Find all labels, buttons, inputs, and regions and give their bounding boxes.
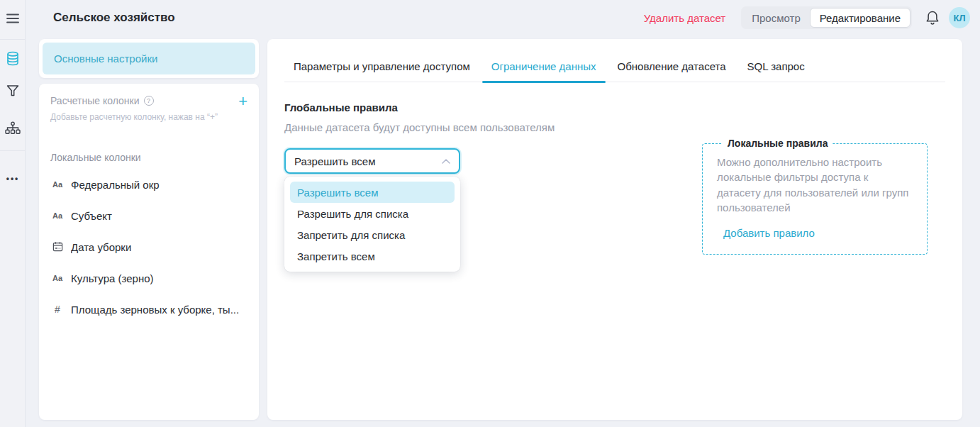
hierarchy-icon — [5, 121, 21, 135]
local-columns-label: Локальные колонки — [50, 152, 247, 163]
left-nav-rail: ••• — [0, 0, 26, 427]
tab-bar: Параметры и управление доступом Ограниче… — [284, 59, 945, 82]
select-value: Разрешить всем — [294, 155, 375, 167]
rail-item-more[interactable]: ••• — [0, 168, 26, 189]
field-label: Федеральный окр — [71, 179, 160, 191]
calc-columns-title: Расчетные колонки — [50, 95, 140, 106]
rail-divider — [0, 39, 26, 40]
dropdown-option-allow-list[interactable]: Разрешить для списка — [290, 203, 455, 224]
delete-dataset-link[interactable]: Удалить датасет — [644, 12, 725, 24]
global-rule-dropdown: Разрешить всем Разрешить для списка Запр… — [284, 177, 460, 272]
dropdown-option-deny-all[interactable]: Запретить всем — [290, 245, 455, 267]
field-label: Дата уборки — [71, 241, 131, 253]
tab-dataset-update[interactable]: Обновление датасета — [608, 59, 735, 82]
dropdown-option-deny-list[interactable]: Запретить для списка — [290, 224, 455, 245]
avatar[interactable]: КЛ — [949, 7, 970, 28]
sidebar-item-main-settings[interactable]: Основные настройки — [43, 43, 255, 74]
global-rules-title: Глобальные правила — [284, 101, 945, 113]
add-column-button[interactable]: + — [238, 95, 247, 108]
calc-columns-subtitle: Добавьте расчетную колонку, нажав на “+” — [50, 112, 247, 122]
local-rules-panel: Локальные правила Можно дополнительно на… — [702, 138, 928, 255]
main-panel: Параметры и управление доступом Ограниче… — [267, 39, 962, 420]
field-label: Площадь зерновых к уборке, ты... — [71, 304, 239, 316]
field-row[interactable]: Дата уборки — [50, 231, 247, 262]
help-icon[interactable]: ? — [144, 96, 154, 106]
field-list: Аа Федеральный окр Аа Субъект Дата уборк… — [50, 169, 247, 325]
tab-parameters-access[interactable]: Параметры и управление доступом — [284, 59, 479, 82]
tab-data-restriction[interactable]: Ограничение данных — [482, 59, 606, 82]
local-rules-title: Локальные правила — [723, 138, 833, 149]
notifications-button[interactable] — [922, 7, 943, 28]
global-rules-subtitle: Данные датасета будут доступны всем поль… — [284, 121, 945, 133]
number-type-icon: # — [50, 304, 65, 315]
page-title: Сельское хозяйство — [53, 11, 175, 25]
ellipsis-icon: ••• — [6, 174, 20, 184]
hamburger-icon — [6, 13, 19, 23]
field-row[interactable]: Аа Федеральный окр — [50, 169, 247, 200]
local-rules-description: Можно дополнительно настроить локальные … — [717, 155, 913, 215]
field-label: Субъект — [71, 210, 112, 222]
field-row[interactable]: Аа Культура (зерно) — [50, 262, 247, 294]
rail-item-dataset[interactable] — [0, 48, 26, 69]
field-row[interactable]: Аа Субъект — [50, 200, 247, 231]
sidebar-item-label: Основные настройки — [54, 52, 157, 65]
bell-icon — [925, 10, 940, 26]
global-rule-select[interactable]: Разрешить всем — [284, 148, 460, 174]
field-label: Культура (зерно) — [71, 272, 154, 284]
database-icon — [6, 51, 20, 66]
rail-item-filters[interactable] — [0, 80, 26, 101]
rail-item-hierarchy[interactable] — [0, 118, 26, 139]
field-row[interactable]: # Площадь зерновых к уборке, ты... — [50, 294, 247, 325]
string-type-icon: Аа — [50, 211, 65, 220]
mode-toggle: Просмотр Редактирование — [741, 6, 912, 29]
mode-view-button[interactable]: Просмотр — [742, 8, 810, 28]
add-rule-link[interactable]: Добавить правило — [723, 227, 815, 239]
header: Сельское хозяйство Удалить датасет Просм… — [26, 0, 980, 35]
dropdown-option-allow-all[interactable]: Разрешить всем — [290, 182, 455, 203]
tab-sql-query[interactable]: SQL запрос — [738, 59, 814, 82]
filter-funnel-icon — [6, 84, 20, 98]
mode-edit-button[interactable]: Редактирование — [810, 8, 911, 28]
date-type-icon — [50, 241, 65, 253]
string-type-icon: Аа — [50, 274, 65, 282]
string-type-icon: Аа — [50, 180, 65, 189]
chevron-up-icon — [442, 159, 450, 164]
sidebar-columns-card: Расчетные колонки ? + Добавьте расчетную… — [39, 84, 259, 420]
rail-divider — [0, 150, 26, 151]
hamburger-menu-button[interactable] — [0, 8, 26, 29]
sidebar-settings-card: Основные настройки — [39, 39, 259, 78]
